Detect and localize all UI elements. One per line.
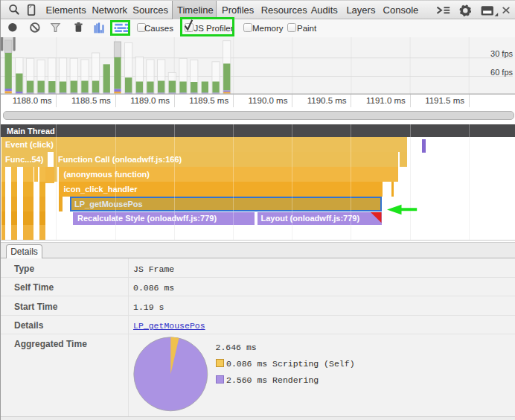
svg-text:60 fps: 60 fps xyxy=(490,68,513,77)
svg-text:30 fps: 30 fps xyxy=(490,49,513,58)
